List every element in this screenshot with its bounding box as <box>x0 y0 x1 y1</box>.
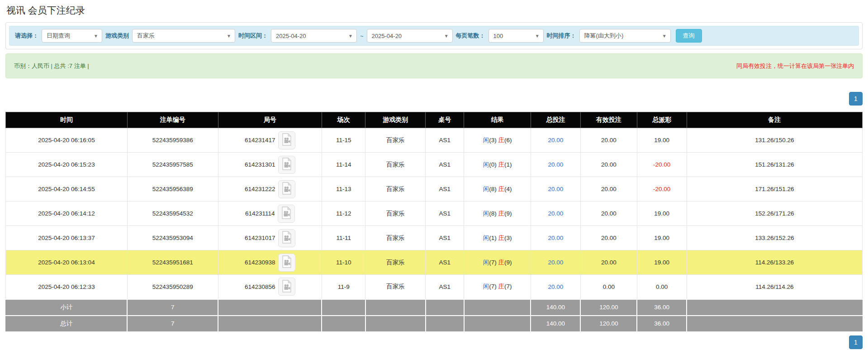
header-valid-bet: 有效投注 <box>580 112 637 128</box>
cell-total-bet: 20.00 <box>531 226 580 250</box>
video-file-icon <box>281 206 292 221</box>
page-1-button[interactable]: 1 <box>849 92 863 105</box>
video-file-icon <box>281 280 292 294</box>
video-replay-button[interactable] <box>278 278 295 296</box>
page-size-label: 每页笔数： <box>456 32 485 40</box>
video-replay-button[interactable] <box>278 180 295 198</box>
cell-valid-bet: 20.00 <box>580 201 637 226</box>
range-separator: ~ <box>360 33 364 39</box>
banker-label: 庄 <box>498 235 504 241</box>
video-replay-button[interactable] <box>278 254 295 272</box>
cell-game-type: 百家乐 <box>365 250 426 275</box>
currency-total-text: 币别：人民币 | 总共 :7 注单 | <box>14 62 89 70</box>
banker-score: (4) <box>504 186 512 192</box>
player-label: 闲 <box>483 137 489 144</box>
total-bet-link[interactable]: 20.00 <box>548 137 563 144</box>
date-from-select[interactable]: 2025-04-20 ▼ <box>271 29 357 43</box>
query-button[interactable]: 查询 <box>676 29 702 43</box>
cell-total-bet: 20.00 <box>531 250 580 275</box>
cell-valid-bet: 20.00 <box>580 128 637 153</box>
total-bet-link[interactable]: 20.00 <box>548 161 563 168</box>
banker-score: (9) <box>504 259 512 266</box>
cell-valid-bet: 20.00 <box>580 250 637 275</box>
cell-note: 114.26/133.26 <box>687 250 862 275</box>
header-round-id: 局号 <box>218 112 322 128</box>
cell-table-no: AS1 <box>426 226 464 250</box>
date-to-select[interactable]: 2025-04-20 ▼ <box>367 29 453 43</box>
header-result: 结果 <box>464 112 531 128</box>
cell-payout: -20.00 <box>637 177 687 201</box>
cell-session: 11-15 <box>322 128 365 153</box>
table-header-row: 时间 注单编号 局号 场次 游戏类别 桌号 结果 总投注 有效投注 总派彩 备注 <box>6 112 863 128</box>
cell-table-no: AS1 <box>426 128 464 153</box>
video-replay-button[interactable] <box>278 205 295 223</box>
cell-valid-bet: 0.00 <box>580 275 637 299</box>
header-payout: 总派彩 <box>637 112 687 128</box>
cell-table-no: AS1 <box>426 201 464 226</box>
cell-result: 闲(0) 庄(1) <box>464 153 531 177</box>
cell-game-type: 百家乐 <box>365 177 426 201</box>
round-id-text: 614230938 <box>245 259 275 266</box>
video-replay-button[interactable] <box>278 131 295 149</box>
cell-total-bet: 20.00 <box>531 128 580 153</box>
cell-round-id: 614231222 <box>218 177 322 201</box>
table-row: 2025-04-20 06:12:33 522435950289 6142308… <box>6 275 863 299</box>
cell-round-id: 614230856 <box>218 275 322 299</box>
query-type-select[interactable]: 日期查询 ▼ <box>42 29 102 43</box>
filter-panel: 请选择： 日期查询 ▼ 游戏类别 百家乐 ▼ 时间区间： 2025-04-20 … <box>5 22 863 49</box>
video-replay-button[interactable] <box>278 229 295 247</box>
table-row: 2025-04-20 06:16:05 522435959386 6142314… <box>6 128 863 153</box>
cell-bet-id: 522435950289 <box>127 275 218 299</box>
page-size-select[interactable]: 100 ▼ <box>489 29 544 43</box>
banker-score: (7) <box>504 283 512 290</box>
cell-round-id: 614231114 <box>218 201 322 226</box>
cell-payout: 19.00 <box>637 201 687 226</box>
banker-label: 庄 <box>498 137 504 144</box>
player-label: 闲 <box>483 210 489 217</box>
total-bet-link[interactable]: 20.00 <box>548 259 563 266</box>
cell-valid-bet: 20.00 <box>580 226 637 250</box>
game-type-select[interactable]: 百家乐 ▼ <box>132 29 235 43</box>
cell-note: 151.26/131.26 <box>687 153 862 177</box>
total-payout: 36.00 <box>637 316 687 332</box>
cell-result: 闲(8) 庄(4) <box>464 177 531 201</box>
banker-score: (3) <box>504 235 512 241</box>
query-type-value: 日期查询 <box>42 32 75 40</box>
cell-game-type: 百家乐 <box>365 226 426 250</box>
cell-result: 闲(3) 庄(6) <box>464 128 531 153</box>
page-title: 视讯 会员下注纪录 <box>5 0 863 22</box>
subtotal-valid-bet: 120.00 <box>580 299 637 316</box>
sort-label: 时间排序： <box>547 32 576 40</box>
page-1-button[interactable]: 1 <box>849 336 863 349</box>
cell-note: 114.26/114.26 <box>687 275 862 299</box>
chevron-down-icon: ▼ <box>223 34 235 38</box>
total-bet-link[interactable]: 20.00 <box>548 210 563 217</box>
cell-table-no: AS1 <box>426 275 464 299</box>
chevron-down-icon: ▼ <box>90 34 102 38</box>
header-table-no: 桌号 <box>426 112 464 128</box>
total-bet-link[interactable]: 20.00 <box>548 283 563 290</box>
cell-round-id: 614231301 <box>218 153 322 177</box>
cell-session: 11-13 <box>322 177 365 201</box>
table-row: 2025-04-20 06:13:37 522435953094 6142310… <box>6 226 863 250</box>
subtotal-payout: 36.00 <box>637 299 687 316</box>
cell-bet-id: 522435951681 <box>127 250 218 275</box>
total-bet-link[interactable]: 20.00 <box>548 186 563 192</box>
sort-select[interactable]: 降冪(由大到小) ▼ <box>579 29 671 43</box>
header-note: 备注 <box>687 112 862 128</box>
banker-score: (9) <box>504 210 512 217</box>
cell-session: 11-9 <box>322 275 365 299</box>
pagination-top: 1 <box>5 92 863 105</box>
video-replay-button[interactable] <box>278 156 295 174</box>
round-id-text: 614231017 <box>245 235 275 241</box>
cell-round-id: 614230938 <box>218 250 322 275</box>
table-row: 2025-04-20 06:14:12 522435954532 6142311… <box>6 201 863 226</box>
subtotal-total-bet: 140.00 <box>531 299 580 316</box>
banker-label: 庄 <box>498 210 504 217</box>
cell-time: 2025-04-20 06:14:12 <box>6 201 128 226</box>
cell-session: 11-12 <box>322 201 365 226</box>
total-bet-link[interactable]: 20.00 <box>548 235 563 241</box>
valid-bet-notice-text: 同局有效投注，统一计算在该局第一张注单内 <box>736 62 854 70</box>
video-file-icon <box>281 133 292 147</box>
chevron-down-icon: ▼ <box>441 34 452 38</box>
